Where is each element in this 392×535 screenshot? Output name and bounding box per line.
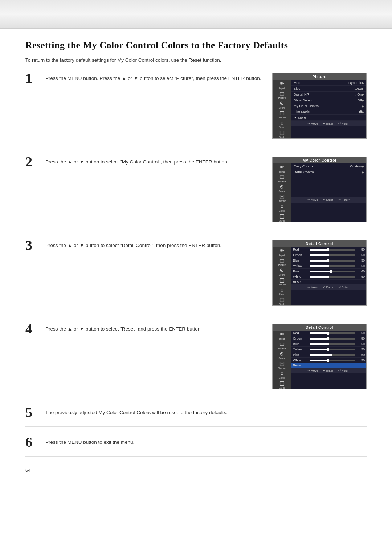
page-title: Resetting the My Color Control Colors to… [25,40,367,51]
step-text: Press the ▲ or ▼ button to select "My Co… [45,157,261,166]
detail-row: Blue 50 [291,341,366,347]
detail-label: Red [293,248,308,251]
screen-panel: Picture Input Picture Sound Channel Setu… [272,73,367,139]
detail-row: Pink 60 [291,269,366,274]
sidebar-setup: Setup [275,121,289,129]
detail-bar-bg [310,343,355,345]
screen-footer: ⇒Move ↵Enter ⏎Return [291,284,366,290]
detail-row: White 50 [291,358,366,363]
svg-rect-32 [280,298,284,302]
step-text: The previously adjusted My Color Control… [45,407,367,417]
screen-footer: ⇒Move ↵Enter ⏎Return [291,368,366,373]
detail-bar-bg [310,271,355,272]
detail-value: 50 [357,342,365,346]
detail-bar-fill [310,349,328,350]
step-2: 2 Press the ▲ or ▼ button to select "My … [25,157,367,230]
detail-row: Blue 50 [291,258,366,263]
detail-bar-thumb [327,265,329,267]
page-number: 64 [25,467,367,473]
screen-body: Input Picture Sound Channel Setup Guide … [273,331,366,389]
svg-rect-17 [280,195,284,199]
detail-label: Blue [293,342,308,346]
sidebar-sound: Sound [275,185,289,192]
screen-panel: Detail Control Input Picture Sound Chann… [272,240,367,306]
detail-bar-thumb [327,276,329,278]
footer-move: ⇒Move [307,285,318,289]
detail-label: Yellow [293,264,308,268]
detail-row: Green 50 [291,336,366,341]
svg-point-38 [281,353,282,354]
svg-point-31 [282,290,282,291]
svg-point-42 [282,373,282,374]
footer-return: ⏎Return [338,198,350,202]
step-3: 3 Press the ▲ or ▼ button to select "Det… [25,240,367,313]
menu-row: Digital NR : On▶ [291,92,366,97]
detail-row: Red 50 [291,247,366,252]
svg-rect-21 [280,215,284,219]
svg-point-20 [282,206,282,207]
screen-title: Picture [273,73,366,80]
detail-label: Blue [293,259,308,262]
detail-value: 50 [357,331,365,335]
footer-move: ⇒Move [307,369,318,372]
step-text: Press the MENU button. Press the ▲ or ▼ … [45,73,261,82]
sidebar-input: Input [275,248,289,256]
svg-marker-13 [283,166,284,167]
sidebar-channel: Channel [275,111,289,119]
menu-row: DNIe Demo : Off▶ [291,97,366,103]
step-number: 6 [25,435,45,449]
menu-row: Mode : Dynamic▶ [291,80,366,86]
sidebar-sound: Sound [275,268,289,276]
footer-enter: ↵Enter [323,122,333,125]
detail-label: White [293,275,308,279]
detail-label: Green [293,337,308,340]
detail-label: Green [293,253,308,257]
step-text: Press the ▲ or ▼ button to select "Detai… [45,240,261,250]
step-text: Press the ▲ or ▼ button to select "Reset… [45,324,261,333]
sidebar-picture: Picture [275,342,289,350]
svg-rect-10 [280,131,284,135]
sidebar-picture: Picture [275,175,289,183]
screen-title: My Color Control [273,157,366,163]
detail-bar-thumb [327,254,329,256]
detail-bar-fill [310,343,328,345]
detail-value: 50 [357,337,365,340]
screen-sidebar: Input Picture Sound Channel Setup Guide [273,80,291,138]
detail-bar-bg [310,276,355,278]
screen-main: Red 50 Green 50 Blue 50 Yellow 50 [291,247,366,305]
detail-bar-thumb [327,259,329,262]
detail-bar-fill [310,276,328,278]
detail-value: 50 [357,259,365,262]
sidebar-sound: Sound [275,101,289,109]
sidebar-guide: Guide [275,214,289,222]
svg-point-16 [281,186,282,187]
svg-marker-2 [283,83,284,84]
menu-row: My Color Control ▶ [291,103,366,109]
detail-bar-bg [310,354,355,356]
detail-bar-bg [310,254,355,256]
screen-panel: Detail Control Input Picture Sound Chann… [272,324,367,389]
detail-bar-thumb [327,348,329,351]
menu-row: Size : 16:9▶ [291,86,366,92]
step-1: 1 Press the MENU button. Press the ▲ or … [25,73,367,146]
step-number: 3 [25,238,45,252]
detail-bar-fill [310,354,331,356]
detail-value: 50 [357,358,365,362]
sidebar-input: Input [275,81,289,89]
detail-bar-fill [310,271,331,272]
detail-bar-bg [310,260,355,262]
detail-bar-thumb [327,337,329,340]
detail-value: 50 [357,248,365,251]
svg-point-27 [281,270,282,271]
detail-label: Yellow [293,348,308,351]
sidebar-guide: Guide [275,381,289,389]
svg-rect-39 [280,362,284,366]
step-number: 4 [25,322,45,336]
footer-move: ⇒Move [307,122,318,125]
svg-rect-28 [280,279,284,283]
svg-rect-14 [280,176,284,179]
screen-footer: ⇒Move ↵Enter ⏎Return [291,197,366,203]
screen-body: Input Picture Sound Channel Setup Guide … [273,247,366,305]
intro-text: To return to the factory default setting… [25,57,367,63]
step-6: 6 Press the MENU button to exit the menu… [25,437,367,457]
